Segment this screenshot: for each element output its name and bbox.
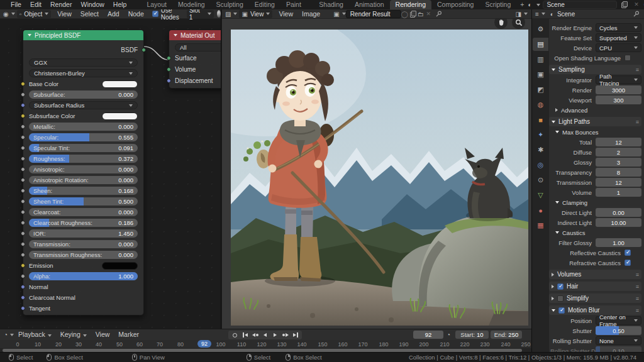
input-socket[interactable] <box>167 56 171 60</box>
preview-range-clock-icon[interactable]: ◔ <box>447 331 450 338</box>
properties-tab-object-data[interactable]: ▽ <box>533 189 548 202</box>
fake-user-icon[interactable]: ◯ <box>401 11 408 18</box>
node-menu-select[interactable]: Select <box>76 9 103 19</box>
properties-tab-world[interactable]: ◍ <box>533 98 548 111</box>
input-socket[interactable] <box>21 156 25 161</box>
properties-tab-material[interactable]: ● <box>533 204 548 217</box>
input-socket[interactable] <box>21 231 25 236</box>
filter-glossy-field[interactable]: 1.00 <box>596 238 641 247</box>
diffuse-field[interactable]: 2 <box>596 148 641 156</box>
image-name-field[interactable]: Render Result <box>346 10 401 18</box>
node-value-slider[interactable]: Transmission Roughness:0.000 <box>29 251 138 259</box>
tab-shading[interactable]: Shading <box>313 0 349 9</box>
node-menu-view[interactable]: View <box>53 9 76 19</box>
principled-node-header[interactable]: Principled BSDF <box>23 30 143 40</box>
jump-end-button[interactable] <box>291 331 300 339</box>
node-value-slider[interactable]: Anisotropic:0.000 <box>29 165 138 173</box>
viewport-samples-field[interactable]: 300 <box>596 96 641 104</box>
image-browse-icon[interactable]: ▣ <box>333 11 339 18</box>
input-socket[interactable] <box>21 285 25 289</box>
tab-scripting[interactable]: Scripting <box>479 0 516 9</box>
menu-render[interactable]: Render <box>46 0 76 9</box>
render-samples-field[interactable]: 3000 <box>596 85 641 94</box>
open-image-icon[interactable]: 🗀 <box>418 11 424 18</box>
current-frame-indicator[interactable]: 92 <box>197 340 211 348</box>
refractive-caustics-checkbox[interactable] <box>625 260 631 266</box>
frame-start-field[interactable]: Start:10 <box>455 331 489 339</box>
position-dropdown[interactable]: Center on Frame <box>596 316 641 325</box>
scene-icon[interactable]: ◐ <box>528 1 531 8</box>
input-socket[interactable] <box>167 79 171 83</box>
scene-selector[interactable]: Scene <box>543 1 617 9</box>
total-field[interactable]: 12 <box>596 138 641 146</box>
material-output-header[interactable]: Material Out <box>169 30 221 40</box>
timeline-menu-view[interactable]: View <box>91 330 114 339</box>
menu-window[interactable]: Window <box>76 0 108 9</box>
input-socket[interactable] <box>21 306 25 310</box>
node-dropdown[interactable]: GGX <box>29 58 138 67</box>
light-paths-section[interactable]: Light Paths≡ <box>549 117 641 126</box>
input-socket[interactable] <box>21 210 25 214</box>
node-value-slider[interactable]: Subsurface:0.000 <box>29 90 138 99</box>
reflective-caustics-checkbox[interactable] <box>625 250 631 256</box>
hair-checkbox[interactable] <box>557 283 564 290</box>
input-socket[interactable] <box>21 146 25 150</box>
next-key-button[interactable] <box>280 331 290 339</box>
properties-tab-scene[interactable]: ◩ <box>533 83 548 96</box>
rolling-shutter-duration-field[interactable]: 0.10 <box>596 346 641 352</box>
input-socket[interactable] <box>21 167 25 172</box>
tab-compositing[interactable]: Compositing <box>431 0 479 9</box>
node-value-slider[interactable]: Sheen Tint:0.500 <box>29 197 138 206</box>
motion-blur-checkbox[interactable] <box>558 307 565 314</box>
transparency-field[interactable]: 8 <box>596 168 641 177</box>
play-button[interactable] <box>270 331 280 339</box>
hair-section[interactable]: Hair≡ <box>549 282 641 291</box>
input-socket[interactable] <box>21 274 25 278</box>
properties-tab-constraints[interactable]: ⊙ <box>533 173 548 187</box>
node-value-slider[interactable]: Transmission:0.000 <box>29 240 138 248</box>
node-value-slider[interactable]: Specular:0.555 <box>29 133 138 141</box>
timeline-menu-keying[interactable]: Keying <box>56 330 91 339</box>
properties-tab-particles[interactable]: ✱ <box>533 143 548 156</box>
properties-tab-physics[interactable]: ◎ <box>533 158 548 172</box>
input-socket[interactable] <box>21 242 25 246</box>
node-value-slider[interactable]: Anisotropic Rotation:0.000 <box>29 176 138 184</box>
input-socket[interactable] <box>21 295 25 300</box>
properties-tab-object[interactable]: ■ <box>533 113 548 126</box>
add-workspace-button[interactable]: + <box>516 0 528 9</box>
node-value-slider[interactable]: Sheen:0.168 <box>29 187 138 195</box>
collapse-icon[interactable] <box>28 34 31 36</box>
tab-rendering[interactable]: Rendering <box>390 0 431 9</box>
properties-tab-texture[interactable]: ▦ <box>533 219 548 232</box>
node-value-slider[interactable]: Clearcoat Roughness:0.186 <box>29 219 138 227</box>
feature-set-dropdown[interactable]: Supported <box>596 33 641 42</box>
timeline-menu-playback[interactable]: Playback <box>14 330 56 339</box>
max-bounces-section[interactable]: Max Bounces <box>555 128 641 136</box>
properties-tab-output[interactable]: ▥ <box>533 53 548 66</box>
unlink-image-icon[interactable]: ✕ <box>425 11 432 18</box>
osl-checkbox[interactable] <box>625 55 631 61</box>
transmission-field[interactable]: 12 <box>596 178 641 187</box>
material-output-node[interactable]: Material Out All SurfaceVolumeDisplaceme… <box>169 30 221 89</box>
input-socket[interactable] <box>21 114 25 118</box>
collapse-icon[interactable] <box>174 34 177 36</box>
node-dropdown[interactable]: Christensen-Burley <box>29 69 138 77</box>
new-image-icon[interactable] <box>409 11 416 18</box>
node-value-slider[interactable]: Alpha:1.000 <box>29 272 138 280</box>
caustics-section[interactable]: Caustics <box>555 228 641 237</box>
properties-tab-render[interactable]: ▤ <box>533 38 548 51</box>
glossy-field[interactable]: 3 <box>596 158 641 167</box>
rolling-shutter-dropdown[interactable]: None <box>596 336 641 345</box>
presets-icon[interactable]: ≡ <box>636 119 639 125</box>
pin-icon[interactable] <box>633 11 640 17</box>
menu-file[interactable]: File <box>6 0 26 9</box>
device-dropdown[interactable]: CPU <box>596 43 641 52</box>
input-socket[interactable] <box>21 82 25 86</box>
tab-layout[interactable]: Layout <box>141 0 172 9</box>
image-mode-dropdown[interactable]: ▣View <box>239 10 272 18</box>
unlink-scene-icon[interactable]: ✕ <box>633 1 640 8</box>
properties-tab-view-layer[interactable]: ▣ <box>533 68 548 81</box>
channels-dropdown[interactable]: ◨ <box>516 11 528 18</box>
image-menu-view[interactable]: View <box>274 9 297 19</box>
record-button[interactable] <box>230 331 240 339</box>
